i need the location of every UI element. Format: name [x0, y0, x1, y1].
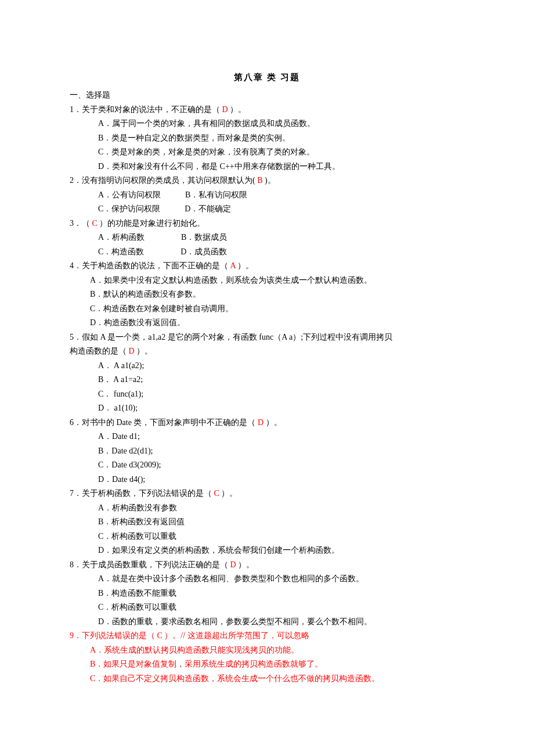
q8-option-a: A．就是在类中设计多个函数名相同、参数类型和个数也相同的多个函数。	[98, 572, 464, 586]
question-5: 5．假如 A 是一个类，a1,a2 是它的两个对象，有函数 func（A a）;…	[70, 330, 464, 416]
q9-stem-b: ）。// 这道题超出所学范围了，可以忽略	[163, 631, 309, 640]
q4-options: A．如果类中没有定义默认构造函数，则系统会为该类生成一个默认构造函数。 B．默认…	[70, 273, 464, 330]
q1-stem-a: 1．关于类和对象的说法中，不正确的是（	[70, 105, 222, 114]
q7-option-a: A．析构函数没有参数	[98, 501, 464, 516]
q2-options: A．公有访问权限 B．私有访问权限 C．保护访问权限 D．不能确定	[70, 188, 464, 217]
q5-line2b: ）。	[135, 347, 153, 355]
q7-options: A．析构函数没有参数 B．析构函数没有返回值 C．析构函数可以重载 D．如果没有…	[70, 501, 464, 558]
q2-option-row1: A．公有访问权限 B．私有访问权限	[98, 188, 464, 203]
q6-option-b: B．Date d2(d1);	[98, 444, 464, 459]
q6-option-d: D．Date d4();	[98, 473, 464, 487]
q1-option-b: B．类是一种自定义的数据类型，而对象是类的实例。	[98, 131, 464, 146]
q3-answer: C	[92, 219, 98, 228]
q6-answer: D	[258, 418, 264, 427]
q4-stem-b: ）。	[236, 261, 254, 270]
q6-options: A．Date d1; B．Date d2(d1); C．Date d3(2009…	[70, 430, 464, 487]
q6-stem-a: 6．对书中的 Date 类，下面对象声明中不正确的是（	[70, 418, 258, 427]
q6-option-a: A．Date d1;	[98, 430, 464, 444]
q2-answer: B	[257, 176, 262, 185]
q4-option-d: D．构造函数没有返回值。	[90, 316, 464, 330]
q4-stem-a: 4．关于构造函数的说法，下面不正确的是（	[70, 261, 230, 270]
q4-answer: A	[230, 261, 236, 270]
q1-option-a: A．属于同一个类的对象，具有相同的数据成员和成员函数。	[98, 117, 464, 131]
question-4: 4．关于构造函数的说法，下面不正确的是（ A ）。 A．如果类中没有定义默认构造…	[70, 259, 464, 330]
q8-option-b: B．构造函数不能重载	[98, 586, 464, 601]
q1-answer: D	[222, 105, 228, 114]
q7-stem-a: 7．关于析构函数，下列说法错误的是（	[70, 489, 214, 498]
q5-option-b: B． A a1=a2;	[98, 373, 464, 387]
section-heading: 一、选择题	[70, 88, 464, 103]
question-2: 2．没有指明访问权限的类成员，其访问权限默认为( B )。 A．公有访问权限 B…	[70, 174, 464, 217]
q5-line2a: 构造函数的是（	[70, 347, 129, 355]
q7-option-c: C．析构函数可以重载	[98, 530, 464, 544]
q3-option-row1: A．析构函数 B．数据成员	[98, 231, 464, 245]
q6-option-c: C．Date d3(2009);	[98, 458, 464, 473]
q9-stem-a: 9．下列说法错误的是（	[70, 631, 157, 640]
q4-option-a: A．如果类中没有定义默认构造函数，则系统会为该类生成一个默认构造函数。	[90, 273, 464, 288]
q9-option-b: B．如果只是对象值复制，采用系统生成的拷贝构造函数就够了。	[90, 657, 464, 672]
question-9: 9．下列说法错误的是（ C ）。// 这道题超出所学范围了，可以忽略 A．系统生…	[70, 629, 464, 686]
question-8: 8．关于成员函数重载，下列说法正确的是（ D ）。 A．就是在类中设计多个函数名…	[70, 558, 464, 629]
q7-option-d: D．如果没有定义类的析构函数，系统会帮我们创建一个析构函数。	[98, 543, 464, 558]
chapter-title: 第八章 类 习题	[70, 70, 464, 85]
q5-answer: D	[129, 347, 135, 355]
q4-option-c: C．构造函数在对象创建时被自动调用。	[90, 302, 464, 316]
q5-options: A． A a1(a2); B． A a1=a2; C． func(a1); D．…	[70, 359, 464, 416]
q9-option-c: C．如果自己不定义拷贝构造函数，系统会生成一个什么也不做的拷贝构造函数。	[90, 672, 464, 686]
q8-option-c: C．析构函数可以重载	[98, 600, 464, 615]
q5-option-d: D． a1(10);	[98, 401, 464, 416]
q8-stem-a: 8．关于成员函数重载，下列说法正确的是（	[70, 560, 230, 569]
q2-stem-a: 2．没有指明访问权限的类成员，其访问权限默认为(	[70, 176, 257, 185]
question-7: 7．关于析构函数，下列说法错误的是（ C ）。 A．析构函数没有参数 B．析构函…	[70, 487, 464, 558]
q5-option-c: C． func(a1);	[98, 387, 464, 402]
q1-option-d: D．类和对象没有什么不同，都是 C++中用来存储数据的一种工具。	[98, 160, 464, 174]
q3-option-row2: C．构造函数 D．成员函数	[98, 245, 464, 260]
question-1: 1．关于类和对象的说法中，不正确的是（ D ）。 A．属于同一个类的对象，具有相…	[70, 103, 464, 174]
q9-option-a: A．系统生成的默认拷贝构造函数只能实现浅拷贝的功能。	[90, 643, 464, 658]
q2-stem-b: )。	[263, 176, 276, 185]
q4-option-b: B．默认的构造函数没有参数。	[90, 287, 464, 302]
q3-stem-a: 3．（	[70, 219, 92, 228]
question-6: 6．对书中的 Date 类，下面对象声明中不正确的是（ D ）。 A．Date …	[70, 416, 464, 487]
q1-options: A．属于同一个类的对象，具有相同的数据成员和成员函数。 B．类是一种自定义的数据…	[70, 117, 464, 174]
q3-options: A．析构函数 B．数据成员 C．构造函数 D．成员函数	[70, 231, 464, 259]
q1-stem-b: ）。	[228, 105, 247, 114]
q2-option-row2: C．保护访问权限 D．不能确定	[98, 202, 464, 217]
question-3: 3．（ C ）的功能是对象进行初始化。 A．析构函数 B．数据成员 C．构造函数…	[70, 217, 464, 260]
q7-answer: C	[214, 489, 219, 498]
q7-stem-b: ）。	[219, 489, 238, 498]
q9-answer: C	[157, 631, 163, 640]
q8-stem-b: ）。	[236, 560, 255, 569]
q7-option-b: B．析构函数没有返回值	[98, 515, 464, 530]
q1-option-c: C．类是对象的类，对象是类的对象，没有脱离了类的对象。	[98, 145, 464, 160]
q6-stem-b: ）。	[264, 418, 282, 427]
q9-options: A．系统生成的默认拷贝构造函数只能实现浅拷贝的功能。 B．如果只是对象值复制，采…	[70, 643, 464, 686]
q8-options: A．就是在类中设计多个函数名相同、参数类型和个数也相同的多个函数。 B．构造函数…	[70, 572, 464, 629]
q8-option-d: D．函数的重载，要求函数名相同，参数要么类型不相同，要么个数不相同。	[98, 615, 464, 629]
q3-stem-b: ）的功能是对象进行初始化。	[98, 219, 205, 228]
q5-line1: 5．假如 A 是一个类，a1,a2 是它的两个对象，有函数 func（A a）;…	[70, 330, 464, 345]
q8-answer: D	[230, 560, 236, 569]
q5-option-a: A． A a1(a2);	[98, 359, 464, 373]
